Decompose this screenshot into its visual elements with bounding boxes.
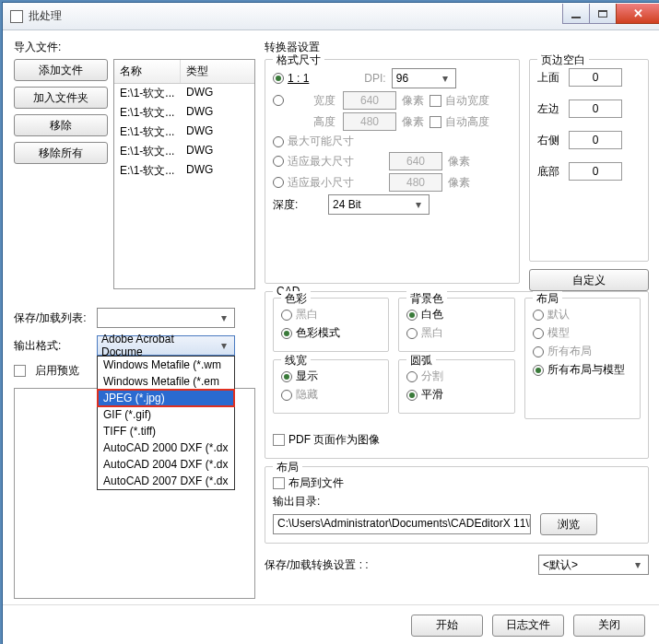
output-format-select[interactable]: Adobe Acrobat Docume▾ <box>97 335 235 356</box>
arc-smooth-radio[interactable] <box>406 390 418 401</box>
log-button[interactable]: 日志文件 <box>492 615 564 637</box>
bg-black-radio[interactable] <box>406 328 418 339</box>
ratio-11-radio[interactable] <box>273 73 284 84</box>
fit-max-radio[interactable] <box>273 156 284 167</box>
close-dialog-button[interactable]: 关闭 <box>573 615 645 637</box>
color-bw-radio[interactable] <box>281 310 292 321</box>
col-name[interactable]: 名称 <box>114 60 181 83</box>
save-list-select[interactable]: ▾ <box>97 308 235 328</box>
dropdown-item[interactable]: Windows Metafile (*.wm <box>98 357 234 373</box>
minimize-button[interactable] <box>562 4 590 24</box>
auto-height-checkbox[interactable] <box>430 116 441 128</box>
remove-all-button[interactable]: 移除所有 <box>14 142 108 164</box>
layout-model-radio[interactable] <box>533 328 544 339</box>
depth-select[interactable]: 24 Bit▾ <box>328 194 430 215</box>
file-list[interactable]: 名称 类型 E:\1-软文...DWGE:\1-软文...DWGE:\1-软文.… <box>113 59 255 289</box>
color-mode-radio[interactable] <box>281 328 292 339</box>
dropdown-item[interactable]: TIFF (*.tiff) <box>98 423 234 439</box>
app-icon <box>10 10 23 23</box>
settings-preset-select[interactable]: <默认>▾ <box>538 555 649 575</box>
titlebar[interactable]: 批处理 ✕ <box>3 3 659 30</box>
remove-button[interactable]: 移除 <box>14 114 108 136</box>
bg-white-radio[interactable] <box>406 310 418 321</box>
auto-width-checkbox[interactable] <box>430 95 441 107</box>
custom-button[interactable]: 自定义 <box>529 269 649 291</box>
layout-all-model-radio[interactable] <box>533 365 544 376</box>
margin-top-input[interactable]: 0 <box>569 68 622 87</box>
add-file-button[interactable]: 添加文件 <box>14 59 108 81</box>
save-list-label: 保存/加载列表: <box>14 310 91 326</box>
layout-default-radio[interactable] <box>533 310 544 321</box>
output-format-label: 输出格式: <box>14 338 91 354</box>
file-row[interactable]: E:\1-软文...DWG <box>114 123 254 142</box>
footer: 开始 日志文件 关闭 <box>3 604 659 644</box>
dropdown-item[interactable]: Windows Metafile (*.em <box>98 373 234 390</box>
chevron-down-icon: ▾ <box>218 311 230 324</box>
enable-preview-checkbox[interactable] <box>14 365 26 377</box>
enable-preview-label: 启用预览 <box>35 363 79 379</box>
dropdown-item[interactable]: GIF (*.gif) <box>98 406 234 423</box>
close-button[interactable]: ✕ <box>616 4 659 24</box>
window-title: 批处理 <box>29 8 563 24</box>
layout-all-radio[interactable] <box>533 346 544 357</box>
layout-to-file-checkbox[interactable] <box>273 477 285 489</box>
output-dir-input[interactable]: C:\Users\Administrator\Documents\CADEdit… <box>273 514 531 534</box>
layout-legend: 布局 <box>273 460 302 475</box>
file-row[interactable]: E:\1-软文...DWG <box>114 161 254 181</box>
maximize-button[interactable] <box>589 4 617 24</box>
dropdown-item[interactable]: AutoCAD 2000 DXF (*.dx <box>98 439 234 456</box>
format-size-legend: 格式尺寸 <box>273 53 324 68</box>
dropdown-item[interactable]: JPEG (*.jpg) <box>98 390 234 406</box>
dropdown-item[interactable]: AutoCAD 2007 DXF (*.dx <box>98 473 234 489</box>
file-row[interactable]: E:\1-软文...DWG <box>114 84 254 103</box>
file-row[interactable]: E:\1-软文...DWG <box>114 142 254 161</box>
margin-left-input[interactable]: 0 <box>569 100 622 118</box>
dropdown-item[interactable]: AutoCAD 2004 DXF (*.dx <box>98 456 234 473</box>
margin-legend: 页边空白 <box>537 53 589 68</box>
lw-hide-radio[interactable] <box>281 390 292 401</box>
max-size-radio[interactable] <box>273 136 284 147</box>
dpi-select[interactable]: 96▾ <box>392 68 456 88</box>
col-type[interactable]: 类型 <box>181 60 214 83</box>
width-radio[interactable] <box>273 95 284 106</box>
start-button[interactable]: 开始 <box>411 615 483 637</box>
margin-bottom-input[interactable]: 0 <box>569 162 622 181</box>
fit-min-radio[interactable] <box>273 177 284 188</box>
import-label: 导入文件: <box>14 40 255 55</box>
margin-right-input[interactable]: 0 <box>569 131 622 149</box>
browse-button[interactable]: 浏览 <box>540 513 597 535</box>
arc-split-radio[interactable] <box>406 371 418 382</box>
file-row[interactable]: E:\1-软文...DWG <box>114 103 254 123</box>
pdf-as-image-checkbox[interactable] <box>273 434 285 446</box>
output-format-dropdown[interactable]: Windows Metafile (*.wmWindows Metafile (… <box>97 356 235 490</box>
lw-show-radio[interactable] <box>281 371 292 382</box>
dialog-window: 批处理 ✕ 导入文件: 添加文件 加入文件夹 移除 移除所有 名称 类型 <box>2 2 659 644</box>
chevron-down-icon: ▾ <box>218 339 230 352</box>
add-folder-button[interactable]: 加入文件夹 <box>14 87 108 109</box>
